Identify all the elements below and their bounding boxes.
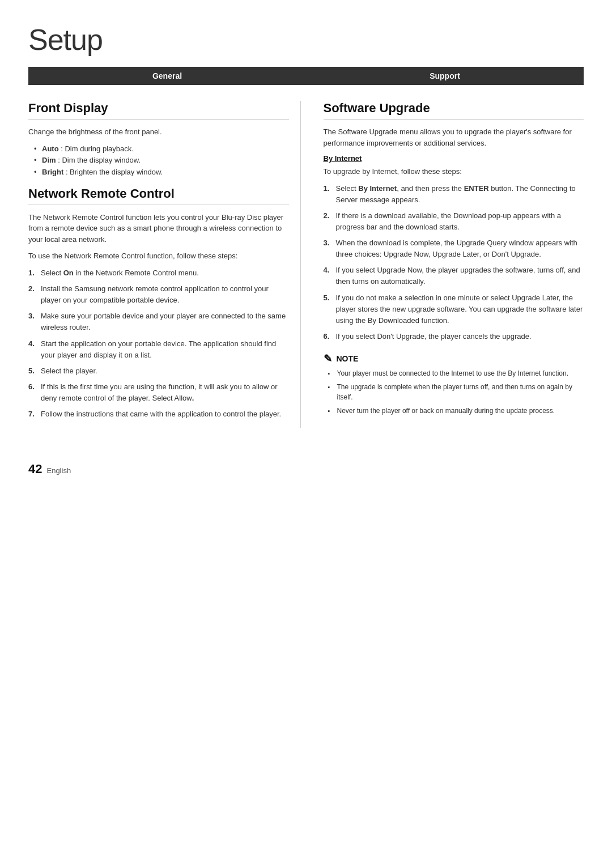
section-front-display: Front Display Change the brightness of t… (28, 101, 289, 178)
list-item: 1. Select On in the Network Remote Contr… (28, 267, 289, 279)
list-item: Your player must be connected to the Int… (328, 368, 584, 378)
list-item: Never turn the player off or back on man… (328, 406, 584, 416)
list-item: 2. Install the Samsung network remote co… (28, 283, 289, 306)
network-remote-steps: 1. Select On in the Network Remote Contr… (28, 267, 289, 420)
by-internet-steps: 1. Select By Internet, and then press th… (324, 183, 584, 343)
left-column: Front Display Change the brightness of t… (28, 101, 301, 428)
network-remote-desc: The Network Remote Control function lets… (28, 212, 289, 245)
page-language: English (46, 466, 71, 475)
list-item: 4. If you select Upgrade Now, the player… (324, 265, 584, 287)
by-internet-title: By Internet (324, 154, 584, 163)
tab-general[interactable]: General (28, 67, 306, 85)
list-item: 6. If you select Don't Upgrade, the play… (324, 331, 584, 342)
note-icon: ✎ (324, 352, 332, 365)
network-remote-desc2: To use the Network Remote Control functi… (28, 250, 289, 262)
list-item: 2. If there is a download available, the… (324, 210, 584, 233)
note-block: ✎ NOTE Your player must be connected to … (324, 352, 584, 416)
list-item: The upgrade is complete when the player … (328, 382, 584, 402)
tab-bar: General Support (28, 67, 584, 85)
software-upgrade-desc: The Software Upgrade menu allows you to … (324, 126, 584, 148)
right-column: Software Upgrade The Software Upgrade me… (324, 101, 584, 428)
list-item: 4. Start the application on your portabl… (28, 338, 289, 361)
by-internet-intro: To upgrade by Internet, follow these ste… (324, 166, 584, 177)
tab-support[interactable]: Support (306, 67, 584, 85)
section-network-remote: Network Remote Control The Network Remot… (28, 186, 289, 420)
front-display-desc: Change the brightness of the front panel… (28, 126, 289, 138)
front-display-bullets: Auto : Dim during playback. Dim : Dim th… (28, 143, 289, 178)
content-area: Front Display Change the brightness of t… (28, 101, 584, 428)
list-item: Bright : Brighten the display window. (34, 167, 289, 178)
page-title: Setup (28, 23, 584, 57)
note-label: NOTE (337, 354, 359, 363)
subsection-by-internet: By Internet To upgrade by Internet, foll… (324, 154, 584, 342)
page-number: 42 (28, 462, 42, 476)
section-software-upgrade: Software Upgrade The Software Upgrade me… (324, 101, 584, 416)
list-item: Auto : Dim during playback. (34, 143, 289, 155)
list-item: 7. Follow the instructions that came wit… (28, 409, 289, 420)
list-item: 5. Select the player. (28, 365, 289, 377)
note-list: Your player must be connected to the Int… (324, 368, 584, 416)
list-item: 3. When the download is complete, the Up… (324, 237, 584, 260)
list-item: 5. If you do not make a selection in one… (324, 292, 584, 326)
note-header: ✎ NOTE (324, 352, 584, 365)
network-remote-title: Network Remote Control (28, 186, 289, 205)
front-display-title: Front Display (28, 101, 289, 120)
list-item: 1. Select By Internet, and then press th… (324, 183, 584, 206)
list-item: Dim : Dim the display window. (34, 155, 289, 167)
list-item: 3. Make sure your portable device and yo… (28, 310, 289, 333)
software-upgrade-title: Software Upgrade (324, 101, 584, 120)
page-footer: 42 English (28, 462, 584, 476)
list-item: 6. If this is the first time you are usi… (28, 381, 289, 404)
